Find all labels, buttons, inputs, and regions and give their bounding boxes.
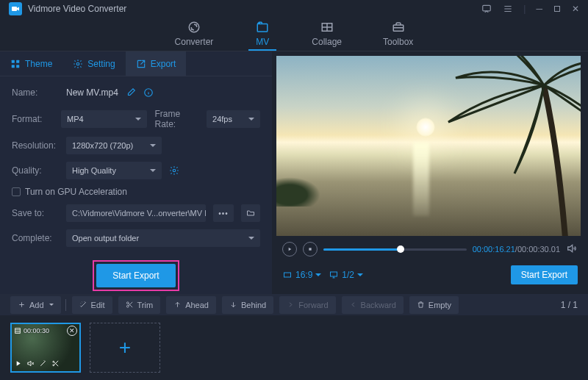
browse-button[interactable]: ••• bbox=[213, 204, 234, 222]
chevron-down-icon bbox=[49, 304, 54, 308]
svg-rect-2 bbox=[555, 6, 560, 11]
edit-button[interactable]: Edit bbox=[72, 296, 112, 314]
format-label: Format: bbox=[12, 114, 54, 124]
svg-point-3 bbox=[189, 22, 199, 32]
thumb-duration: 00:00:30 bbox=[24, 327, 49, 334]
start-export-button[interactable]: Start Export bbox=[96, 264, 176, 287]
seek-fill bbox=[323, 248, 401, 251]
subtabs: Theme Setting Export bbox=[0, 51, 272, 76]
chevron-down-icon bbox=[315, 273, 321, 279]
nav-toolbox-label: Toolbox bbox=[383, 37, 413, 47]
thumb-mute-icon[interactable] bbox=[26, 359, 35, 370]
saveto-path: C:\Vidmore\Vidmore V...onverter\MV Expor… bbox=[66, 204, 206, 222]
start-export-small-button[interactable]: Start Export bbox=[511, 265, 578, 284]
maximize-button[interactable] bbox=[553, 4, 562, 13]
volume-icon[interactable] bbox=[566, 243, 578, 257]
titlebar: Vidmore Video Converter | ─ ✕ bbox=[0, 0, 588, 18]
quality-label: Quality: bbox=[12, 165, 59, 176]
resolution-select[interactable]: 1280x720 (720p) bbox=[66, 137, 162, 154]
current-time: 00:00:16.21 bbox=[473, 245, 515, 254]
display-value: 1/2 bbox=[342, 270, 354, 280]
svg-rect-14 bbox=[309, 248, 311, 251]
svg-rect-19 bbox=[15, 329, 21, 334]
quality-value: High Quality bbox=[72, 166, 116, 175]
nav-mv-label: MV bbox=[256, 37, 269, 47]
open-folder-button[interactable] bbox=[241, 204, 260, 222]
behind-label: Behind bbox=[241, 301, 266, 309]
name-value: New MV.mp4 bbox=[66, 87, 118, 98]
subtab-export[interactable]: Export bbox=[126, 51, 187, 76]
chevron-down-icon bbox=[357, 273, 363, 279]
thumb-trim-icon[interactable] bbox=[51, 359, 60, 370]
add-button[interactable]: Add bbox=[10, 296, 61, 314]
svg-rect-7 bbox=[12, 60, 15, 63]
stop-icon bbox=[307, 246, 313, 252]
nav-toolbox[interactable]: Toolbox bbox=[377, 18, 419, 51]
info-icon[interactable] bbox=[143, 87, 154, 98]
seek-thumb[interactable] bbox=[397, 245, 404, 253]
edit-name-icon[interactable] bbox=[126, 87, 136, 98]
trim-button[interactable]: Trim bbox=[118, 296, 161, 314]
total-time: /00:00:30.01 bbox=[515, 245, 560, 254]
aspect-ratio-select[interactable]: 16:9 bbox=[282, 270, 321, 280]
monitor-icon bbox=[329, 270, 339, 279]
nav-converter-label: Converter bbox=[175, 37, 214, 47]
subtab-export-label: Export bbox=[151, 59, 176, 69]
menu-icon[interactable] bbox=[503, 4, 513, 14]
wand-icon bbox=[79, 301, 87, 309]
quality-gear-icon[interactable] bbox=[169, 165, 179, 176]
toolbox-icon bbox=[390, 21, 406, 34]
svg-point-13 bbox=[173, 170, 176, 173]
close-button[interactable]: ✕ bbox=[572, 4, 579, 14]
seek-bar[interactable] bbox=[323, 248, 467, 251]
behind-button[interactable]: Behind bbox=[222, 296, 273, 314]
complete-select[interactable]: Open output folder bbox=[66, 229, 260, 247]
nav-converter[interactable]: Converter bbox=[169, 18, 220, 51]
svg-rect-15 bbox=[284, 273, 291, 277]
scissors-icon bbox=[126, 301, 134, 309]
video-icon bbox=[11, 4, 20, 13]
preview-sun bbox=[416, 118, 435, 137]
complete-value: Open output folder bbox=[72, 234, 139, 243]
format-select[interactable]: MP4 bbox=[61, 110, 148, 128]
subtab-setting[interactable]: Setting bbox=[62, 51, 125, 76]
play-icon bbox=[287, 246, 293, 252]
display-scale-select[interactable]: 1/2 bbox=[329, 270, 363, 280]
thumb-play-icon[interactable] bbox=[14, 359, 22, 370]
empty-button[interactable]: Empty bbox=[409, 296, 459, 314]
backward-button[interactable]: Backward bbox=[342, 296, 404, 314]
add-clip-placeholder[interactable]: + bbox=[90, 323, 160, 373]
framerate-select[interactable]: 24fps bbox=[207, 110, 260, 128]
quality-select[interactable]: High Quality bbox=[66, 162, 162, 179]
thumb-edit-icon[interactable] bbox=[39, 359, 47, 370]
feedback-icon[interactable] bbox=[481, 4, 492, 14]
gpu-checkbox[interactable] bbox=[12, 187, 21, 196]
collage-icon bbox=[319, 21, 335, 34]
play-button[interactable] bbox=[282, 242, 297, 257]
app-logo bbox=[9, 2, 22, 15]
app-title: Vidmore Video Converter bbox=[28, 4, 481, 14]
preview-reflection bbox=[413, 143, 429, 216]
nav-mv[interactable]: MV bbox=[248, 18, 276, 51]
minimize-button[interactable]: ─ bbox=[536, 4, 542, 14]
forward-button[interactable]: Forward bbox=[279, 296, 335, 314]
svg-rect-9 bbox=[12, 65, 15, 68]
nav-collage[interactable]: Collage bbox=[306, 18, 348, 51]
clip-thumbnail[interactable]: 00:00:30 ✕ bbox=[10, 323, 81, 373]
svg-rect-4 bbox=[258, 24, 268, 32]
start-export-highlight: Start Export bbox=[93, 260, 179, 291]
film-icon bbox=[14, 327, 21, 334]
stop-button[interactable] bbox=[303, 242, 318, 257]
svg-rect-0 bbox=[12, 7, 17, 11]
framerate-value: 24fps bbox=[212, 115, 232, 123]
preview-bush bbox=[276, 177, 320, 207]
video-preview[interactable] bbox=[276, 56, 581, 236]
aspect-icon bbox=[282, 270, 293, 279]
svg-point-20 bbox=[53, 361, 54, 362]
remove-clip-button[interactable]: ✕ bbox=[67, 326, 77, 336]
subtab-theme[interactable]: Theme bbox=[0, 51, 62, 76]
trim-label: Trim bbox=[137, 301, 154, 309]
svg-rect-10 bbox=[16, 65, 19, 68]
ahead-button[interactable]: Ahead bbox=[166, 296, 216, 314]
start-export-label: Start Export bbox=[112, 270, 159, 281]
